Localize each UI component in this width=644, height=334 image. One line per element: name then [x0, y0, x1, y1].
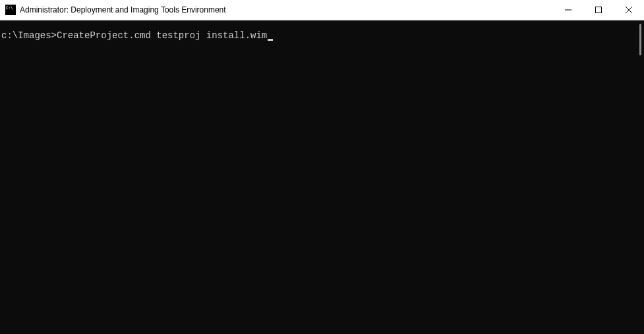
window-controls — [553, 0, 644, 20]
close-button[interactable] — [614, 0, 644, 20]
close-icon — [626, 7, 632, 13]
maximize-icon — [595, 7, 602, 13]
titlebar: Administrator: Deployment and Imaging To… — [0, 0, 644, 20]
terminal-command: CreateProject.cmd testproj install.wim — [57, 30, 267, 41]
terminal-prompt: c:\Images> — [1, 30, 57, 41]
minimize-icon — [565, 7, 571, 13]
minimize-button[interactable] — [553, 0, 583, 20]
svg-rect-1 — [596, 7, 602, 13]
terminal-area[interactable]: c:\Images>CreateProject.cmd testproj ins… — [0, 20, 644, 334]
terminal-cursor — [268, 39, 273, 41]
maximize-button[interactable] — [583, 0, 614, 20]
window-title: Administrator: Deployment and Imaging To… — [20, 5, 553, 14]
scrollbar-thumb[interactable] — [639, 24, 641, 55]
cmd-icon — [5, 5, 16, 15]
